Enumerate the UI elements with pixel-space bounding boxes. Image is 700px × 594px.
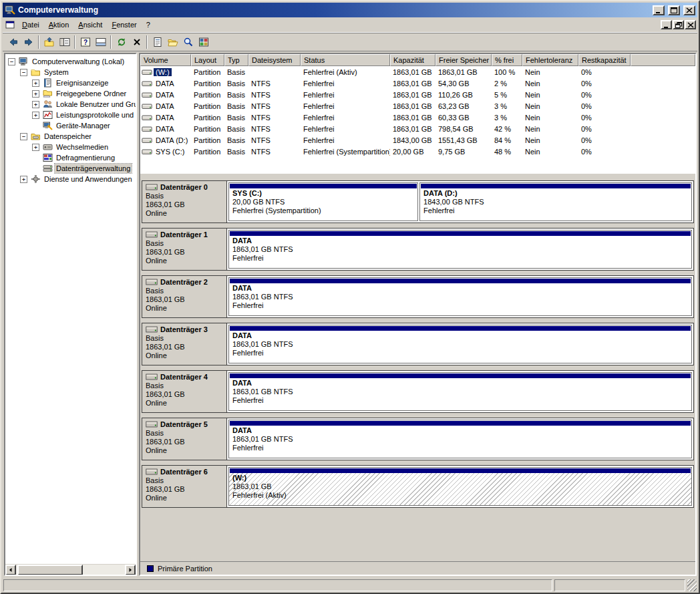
column-header-frei[interactable]: % frei [492, 54, 522, 66]
volume-row-data[interactable]: DATAPartitionBasisNTFSFehlerfrei1863,01 … [140, 78, 695, 89]
cell-kapazitaet: 1863,01 GB [390, 125, 435, 133]
column-header-status[interactable]: Status [301, 54, 390, 66]
partition-data[interactable]: DATA1863,01 GB NTFSFehlerfrei [228, 277, 692, 316]
partitions-area: DATA1863,01 GB NTFSFehlerfrei [227, 323, 693, 365]
partition-data[interactable]: DATA1863,01 GB NTFSFehlerfrei [228, 420, 692, 458]
disk-title: Datenträger 5 [146, 420, 224, 429]
close-button[interactable] [683, 5, 695, 15]
partition-sys-c[interactable]: SYS (C:)20,00 GB NTFSFehlerfrei (Systemp… [228, 182, 418, 221]
tree-item-lokale-benutzer-und-gruppen[interactable]: +Lokale Benutzer und Gruppen [5, 99, 136, 110]
tree-horizontal-scrollbar[interactable] [5, 564, 136, 575]
disk-header-0[interactable]: Datenträger 0Basis1863,01 GBOnline [142, 181, 227, 222]
expand-toggle-icon[interactable]: + [20, 176, 27, 183]
disk-header-3[interactable]: Datenträger 3Basis1863,01 GBOnline [142, 323, 227, 365]
disk-header-6[interactable]: Datenträger 6Basis1863,01 GBOnline [142, 466, 227, 507]
tree-item-label: Computerverwaltung (Lokal) [31, 57, 126, 66]
column-header-fehlertoleranz[interactable]: Fehlertoleranz [522, 54, 578, 66]
scroll-right-button[interactable] [125, 565, 136, 575]
volume-row-data[interactable]: DATAPartitionBasisNTFSFehlerfrei1863,01 … [140, 89, 695, 100]
column-header-kapazitaet[interactable]: Kapazität [390, 54, 435, 66]
partition-data[interactable]: DATA1863,01 GB NTFSFehlerfrei [228, 230, 692, 269]
column-header-restkapazitaet[interactable]: Restkapazität [578, 54, 631, 66]
tree-item-leistungsprotokolle-und-warnungen[interactable]: +Leistungsprotokolle und Warnungen [5, 110, 136, 120]
scrollbar-thumb[interactable] [17, 565, 83, 575]
console-window-icon[interactable] [5, 20, 15, 29]
expand-toggle-icon[interactable]: + [32, 90, 39, 98]
tree-item-ereignisanzeige[interactable]: +Ereignisanzeige [5, 78, 136, 88]
menu-aktion[interactable]: Aktion [44, 18, 74, 31]
help-button[interactable]: ? [77, 35, 93, 49]
partition-data[interactable]: DATA1863,01 GB NTFSFehlerfrei [228, 372, 692, 411]
column-header-dateisystem[interactable]: Dateisystem [248, 54, 301, 66]
open-button[interactable] [165, 35, 180, 49]
minimize-button[interactable] [653, 5, 665, 15]
column-header-volume[interactable]: Volume [140, 54, 191, 66]
scroll-left-button[interactable] [5, 565, 16, 575]
volume-row-data[interactable]: DATAPartitionBasisNTFSFehlerfrei1863,01 … [140, 123, 695, 134]
volume-row-data-d[interactable]: DATA (D:)PartitionBasisNTFSFehlerfrei184… [140, 134, 695, 146]
tree-item-datentraegerverwaltung[interactable]: Datenträgerverwaltung [5, 163, 136, 174]
volume-row-data[interactable]: DATAPartitionBasisNTFSFehlerfrei1863,01 … [140, 112, 695, 123]
column-header-layout[interactable]: Layout [191, 54, 224, 66]
volume-name: DATA [154, 125, 176, 133]
tree-item-wechselmedien[interactable]: +Wechselmedien [5, 142, 136, 152]
collapse-toggle-icon[interactable]: − [8, 58, 15, 65]
tree-item-system[interactable]: −System [5, 67, 136, 78]
titlebar[interactable]: Computerverwaltung [3, 3, 697, 17]
mdi-close-button[interactable] [685, 20, 696, 29]
show-console-tree-button[interactable] [57, 35, 72, 49]
maximize-button[interactable] [668, 5, 680, 15]
forward-button[interactable] [21, 35, 36, 49]
collapse-toggle-icon[interactable]: − [20, 133, 27, 140]
expand-toggle-icon[interactable]: + [32, 80, 39, 87]
resize-grip[interactable] [687, 579, 697, 591]
volume-row-w[interactable]: (W:)PartitionBasisFehlerfrei (Aktiv)1863… [140, 66, 695, 78]
tree-item-freigegebene-ordner[interactable]: +Freigegebene Ordner [5, 88, 136, 99]
disk-header-1[interactable]: Datenträger 1Basis1863,01 GBOnline [142, 229, 227, 270]
find-button[interactable] [180, 35, 196, 49]
grid-icon [198, 37, 209, 47]
menu-datei[interactable]: Datei [17, 18, 44, 31]
up-level-button[interactable] [41, 35, 57, 49]
properties-button[interactable] [150, 35, 165, 49]
collapse-toggle-icon[interactable]: − [20, 69, 27, 76]
column-header-freier-speicher[interactable]: Freier Speicher [435, 54, 492, 66]
mdi-minimize-button[interactable] [661, 20, 672, 29]
expand-toggle-icon[interactable]: + [32, 112, 39, 119]
tree-item-defragmentierung[interactable]: Defragmentierung [5, 152, 136, 163]
tree-item-datenspeicher[interactable]: −Datenspeicher [5, 131, 136, 142]
menu-help[interactable]: ? [142, 18, 155, 31]
scrollbar-track[interactable] [16, 565, 125, 575]
disk-size: 1863,01 GB [146, 200, 224, 209]
minimize-icon [655, 7, 662, 13]
partition-data[interactable]: DATA1863,01 GB NTFSFehlerfrei [228, 325, 692, 363]
menu-fenster[interactable]: Fenster [107, 18, 141, 31]
tree-item-geraete-manager[interactable]: Geräte-Manager [5, 120, 136, 131]
expand-toggle-icon[interactable]: + [32, 144, 39, 151]
tree-item-computerverwaltung-lokal[interactable]: −Computerverwaltung (Lokal) [5, 56, 136, 67]
expand-toggle-icon[interactable]: + [32, 101, 39, 108]
tree-item-dienste-und-anwendungen[interactable]: +Dienste und Anwendungen [5, 174, 136, 184]
menu-ansicht[interactable]: Ansicht [73, 18, 107, 31]
partition-name: DATA [232, 379, 688, 388]
column-header-typ[interactable]: Typ [224, 54, 248, 66]
partition-w[interactable]: (W:)1863,01 GBFehlerfrei (Aktiv) [228, 467, 692, 506]
volume-row-data[interactable]: DATAPartitionBasisNTFSFehlerfrei1863,01 … [140, 100, 695, 112]
cell-typ: Basis [224, 102, 248, 110]
services-icon [30, 174, 41, 184]
disk-header-2[interactable]: Datenträger 2Basis1863,01 GBOnline [142, 276, 227, 317]
disk-management-icon [42, 164, 53, 173]
action-pane-button[interactable] [93, 35, 108, 49]
disk-header-5[interactable]: Datenträger 5Basis1863,01 GBOnline [142, 418, 227, 460]
back-button[interactable] [5, 35, 21, 49]
refresh-button[interactable] [114, 35, 129, 49]
partition-status: Fehlerfrei [232, 254, 688, 263]
partition-data-d[interactable]: DATA (D:)1843,00 GB NTFSFehlerfrei [419, 182, 692, 221]
volume-row-sys-c[interactable]: SYS (C:)PartitionBasisNTFSFehlerfrei (Sy… [140, 146, 695, 157]
settings-button[interactable] [196, 35, 211, 49]
disk-header-4[interactable]: Datenträger 4Basis1863,01 GBOnline [142, 371, 227, 412]
cell-layout: Partition [191, 125, 224, 133]
mdi-restore-button[interactable] [673, 20, 684, 29]
delete-button[interactable] [129, 35, 144, 49]
disk-size: 1863,01 GB [146, 438, 224, 446]
